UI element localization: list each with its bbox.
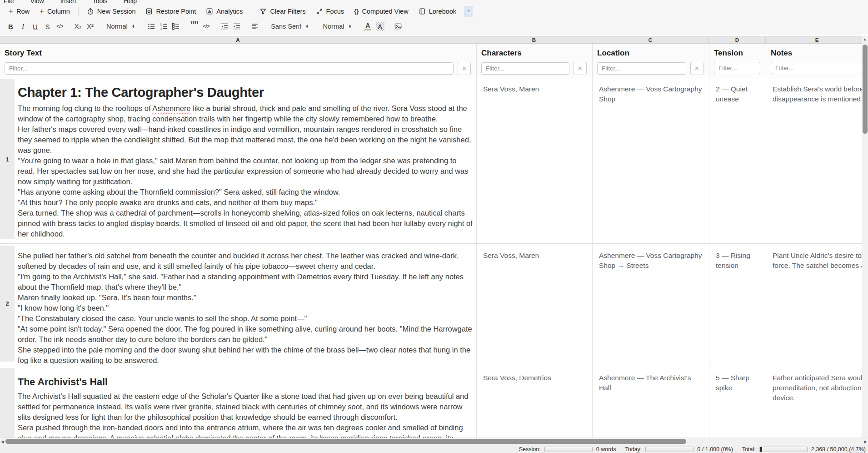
lorebook-button[interactable]: Lorebook — [414, 6, 461, 16]
scroll-up-arrow-icon[interactable]: ▲ — [863, 38, 867, 41]
superscript-button[interactable]: X² — [84, 20, 96, 32]
row-number-gutter[interactable]: 3 — [0, 366, 15, 438]
updown-arrows-icon: ▲▼ — [132, 25, 135, 29]
story-paragraph: Her father's maps covered every wall—han… — [18, 124, 473, 156]
notes-filter-input[interactable] — [771, 62, 863, 74]
svg-text:3: 3 — [160, 27, 162, 30]
table-row: 3The Archivist's HallThe Archivist's Hal… — [0, 366, 868, 438]
font-family-dropdown[interactable]: Sans Serif ▲▼ — [267, 23, 313, 30]
focus-button[interactable]: Focus — [311, 6, 349, 16]
book-icon — [419, 8, 426, 15]
tension-filter-input[interactable] — [714, 62, 760, 74]
add-column-button[interactable]: + Column — [35, 6, 75, 16]
tension-cell[interactable]: 2 — Quiet unease — [709, 77, 766, 243]
indent-icon — [233, 22, 241, 30]
add-row-button[interactable]: + Row — [4, 6, 35, 16]
story-text-cell[interactable]: Chapter 1: The Cartographer's DaughterTh… — [15, 77, 476, 243]
toolbar-separator — [251, 7, 251, 16]
menu-view[interactable]: View — [30, 0, 44, 2]
characters-cell[interactable]: Sera Voss, Maren — [476, 244, 592, 366]
column-letter-d[interactable]: D — [709, 37, 766, 43]
clear-filter-button[interactable]: ✕ — [458, 62, 471, 75]
bullet-list-button[interactable] — [145, 20, 157, 32]
indent-button[interactable] — [230, 20, 243, 32]
tension-cell[interactable]: 3 — Rising tension — [709, 244, 766, 366]
numbered-list-icon: 123 — [160, 22, 168, 30]
notes-cell[interactable]: Father anticipated Sera would copremedit… — [766, 366, 868, 438]
check-list-button[interactable] — [170, 20, 182, 32]
menu-help[interactable]: Help — [124, 0, 137, 2]
story-heading: The Archivist's Hall — [18, 376, 473, 388]
session-progress-bar — [544, 447, 593, 452]
location-cell[interactable]: Ashenmere — Voss Cartography Shop → Stre… — [592, 244, 709, 366]
column-title: Story Text — [5, 49, 471, 58]
menu-bar: File View Insert Tools Help — [0, 0, 868, 5]
characters-cell[interactable]: Sera Voss, Maren — [476, 77, 592, 243]
column-letter-a[interactable]: A — [0, 37, 476, 43]
notes-cell[interactable]: Establish Sera's world before disrdisapp… — [766, 77, 868, 243]
italic-button[interactable]: I — [17, 20, 29, 32]
font-size-dropdown[interactable]: Normal ▲▼ — [319, 23, 356, 30]
numbered-list-button[interactable]: 123 — [157, 20, 170, 32]
location-cell[interactable]: Ashenmere — Voss Cartography Shop — [592, 77, 709, 243]
scroll-right-arrow-icon[interactable]: ▶ — [864, 439, 867, 444]
toolbar-overflow-button[interactable]: ▾ — [464, 6, 473, 17]
vertical-scrollbar-thumb[interactable] — [863, 45, 868, 134]
insert-image-button[interactable] — [392, 20, 404, 32]
highlight-color-button[interactable]: A — [374, 20, 386, 32]
horizontal-scrollbar[interactable]: ◀ ▶ — [0, 438, 868, 445]
clear-filter-button[interactable]: ✕ — [690, 62, 703, 75]
strikethrough-button[interactable]: S — [41, 20, 54, 32]
scroll-left-arrow-icon[interactable]: ◀ — [1, 439, 4, 444]
clear-filters-button[interactable]: Clear Filters — [254, 6, 310, 16]
blockquote-button[interactable]: ”” — [188, 19, 200, 34]
new-session-button[interactable]: New Session — [82, 6, 141, 16]
column-title: Characters — [481, 49, 587, 58]
location-filter-input[interactable] — [597, 62, 686, 75]
bold-button[interactable]: B — [5, 20, 17, 32]
align-button[interactable] — [249, 20, 261, 32]
tension-cell[interactable]: 5 — Sharp spike — [709, 366, 766, 438]
story-text-cell[interactable]: She pulled her father's old satchel from… — [15, 244, 476, 366]
today-value: 0 / 1,000 (0%) — [697, 446, 733, 453]
session-progress-group: Session: 0 words — [519, 446, 616, 453]
menu-file[interactable]: File — [4, 0, 14, 2]
row-number-gutter[interactable]: 1 — [0, 77, 15, 243]
horizontal-scrollbar-thumb[interactable] — [5, 439, 686, 444]
characters-cell[interactable]: Sera Voss, Demetrios — [476, 366, 592, 438]
header-story-text: Story Text ✕ — [0, 44, 476, 77]
analytics-button[interactable]: Analytics — [201, 6, 248, 16]
story-paragraph: "Has anyone come asking about the Thornf… — [18, 187, 473, 197]
today-label: Today: — [625, 446, 642, 453]
code-block-button[interactable]: </> — [200, 20, 212, 32]
column-title: Tension — [714, 49, 760, 58]
text-color-button[interactable]: A — [362, 20, 374, 32]
menu-tools[interactable]: Tools — [93, 0, 108, 2]
vertical-scrollbar[interactable]: ▲ — [862, 36, 868, 438]
column-title: Notes — [771, 49, 863, 58]
clock-icon — [87, 8, 94, 15]
menu-insert[interactable]: Insert — [60, 0, 76, 2]
chevron-down-icon: ▾ — [468, 10, 469, 12]
characters-filter-input[interactable] — [481, 62, 569, 75]
location-cell[interactable]: Ashenmere — The Archivist's Hall — [592, 366, 709, 438]
notes-cell[interactable]: Plant Uncle Aldric's desire to sellforce… — [766, 244, 868, 366]
today-progress-bar — [645, 447, 693, 452]
story-text-cell[interactable]: The Archivist's HallThe Archivist's Hall… — [15, 366, 476, 438]
story-paragraph: "At some point isn't today." Sera opened… — [18, 324, 473, 345]
clear-filter-button[interactable]: ✕ — [574, 62, 587, 75]
restore-point-button[interactable]: Restore Point — [140, 6, 201, 16]
subscript-button[interactable]: X₂ — [72, 20, 84, 32]
column-letters-row: A B C D E — [0, 36, 868, 44]
column-letter-b[interactable]: B — [476, 37, 592, 43]
paragraph-style-dropdown[interactable]: Normal ▲▼ — [102, 23, 139, 30]
story-text-filter-input[interactable] — [5, 62, 454, 75]
column-letter-e[interactable]: E — [766, 37, 868, 43]
inline-code-button[interactable]: </> — [54, 20, 66, 32]
computed-view-button[interactable]: {} Computed View — [349, 6, 414, 16]
column-letter-c[interactable]: C — [592, 37, 709, 43]
row-number-gutter[interactable]: 2 — [0, 244, 15, 366]
focus-label: Focus — [326, 8, 344, 15]
outdent-button[interactable] — [218, 20, 230, 32]
underline-button[interactable]: U — [29, 20, 41, 32]
